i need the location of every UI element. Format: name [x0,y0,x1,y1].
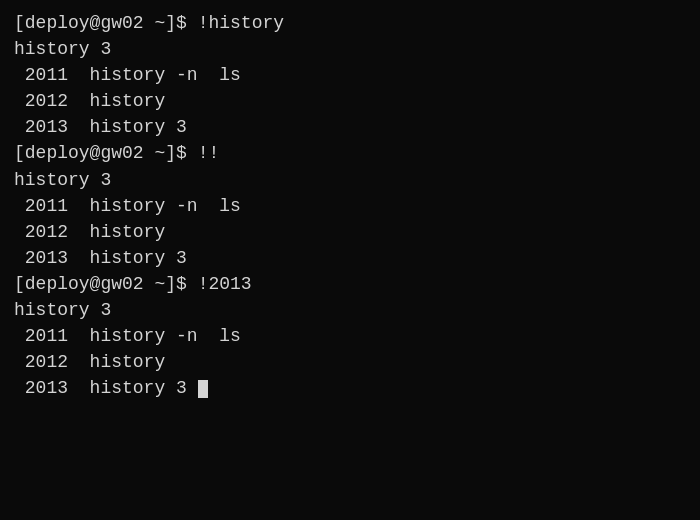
terminal-window: [deploy@gw02 ~]$ !historyhistory 3 2011 … [14,10,686,510]
output-line: 2011 history -n ls [14,62,686,88]
output-line: 2012 history [14,88,686,114]
output-line: 2013 history 3 [14,114,686,140]
output-line: 2012 history [14,219,686,245]
output-line: history 3 [14,297,686,323]
prompt-line: [deploy@gw02 ~]$ !history [14,10,686,36]
prompt-line: [deploy@gw02 ~]$ !! [14,140,686,166]
output-line: 2013 history 3 [14,375,686,401]
output-line: 2011 history -n ls [14,193,686,219]
terminal-cursor [198,380,208,398]
output-line: 2013 history 3 [14,245,686,271]
output-line: 2011 history -n ls [14,323,686,349]
output-line: history 3 [14,36,686,62]
prompt-line: [deploy@gw02 ~]$ !2013 [14,271,686,297]
output-line: 2012 history [14,349,686,375]
output-line: history 3 [14,167,686,193]
